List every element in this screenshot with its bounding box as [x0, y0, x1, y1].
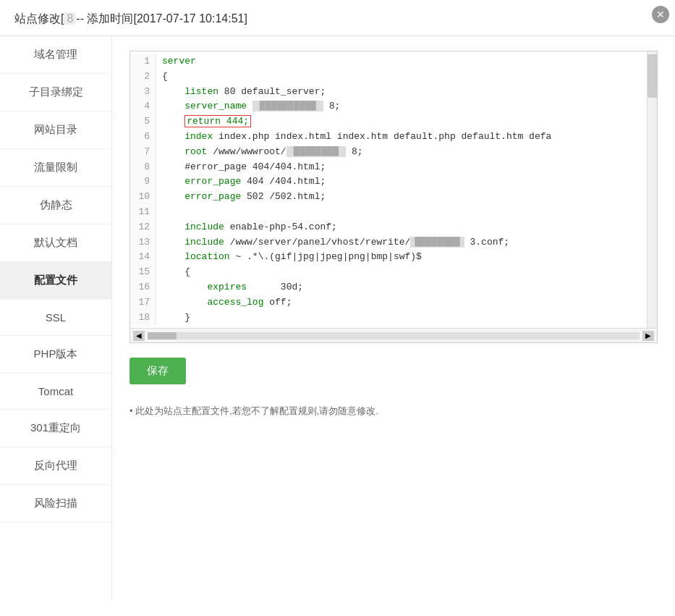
code-line-11: 11 — [130, 205, 647, 220]
code-editor-wrapper: 1 server 2 { 3 listen 80 d — [130, 51, 658, 343]
sidebar-item-tomcat[interactable]: Tomcat — [0, 374, 111, 410]
hscroll-right-button[interactable]: ▶ — [642, 331, 654, 341]
code-line-8: 8 #error_page 404/404.html; — [130, 160, 647, 175]
sidebar: 域名管理 子目录绑定 网站目录 流量限制 伪静态 默认文档 配置文件 SSL — [0, 36, 112, 601]
code-editor: 1 server 2 { 3 listen 80 d — [130, 51, 647, 328]
code-line-17: 17 access_log off; — [130, 295, 647, 311]
code-line-1: 1 server — [130, 54, 647, 69]
save-button[interactable]: 保存 — [130, 358, 186, 384]
code-line-6: 6 index index.php index.html index.htm d… — [130, 130, 647, 145]
sidebar-item-traffic[interactable]: 流量限制 — [0, 149, 111, 187]
header-site-id: 8 — [64, 12, 76, 25]
sidebar-item-subdir[interactable]: 子目录绑定 — [0, 74, 111, 111]
code-line-16: 16 expires 30d; — [130, 280, 647, 295]
code-line-3: 3 listen 80 default_server; — [130, 85, 647, 100]
header-title: 站点修改[ — [14, 12, 64, 25]
code-line-10: 10 error_page 502 /502.html; — [130, 190, 647, 205]
code-line-7: 7 root /www/wwwroot/████████ 8; — [130, 145, 647, 160]
sidebar-item-domain[interactable]: 域名管理 — [0, 36, 111, 74]
close-button[interactable]: ✕ — [652, 6, 669, 23]
sidebar-item-default-doc[interactable]: 默认文档 — [0, 224, 111, 262]
code-line-13: 13 include /www/server/panel/vhost/rewri… — [130, 235, 647, 250]
hscroll-track[interactable] — [148, 332, 640, 339]
sidebar-item-php[interactable]: PHP版本 — [0, 336, 111, 374]
code-line-12: 12 include enable-php-54.conf; — [130, 220, 647, 235]
sidebar-item-reverse-proxy[interactable]: 反向代理 — [0, 447, 111, 485]
code-line-9: 9 error_page 404 /404.html; — [130, 174, 647, 190]
header-timestamp: -- 添加时间[2017-07-17 10:14:51] — [76, 12, 247, 25]
code-line-18: 18 } — [130, 311, 647, 326]
horizontal-scrollbar-area: ◀ ▶ — [130, 328, 657, 342]
code-line-14: 14 location ~ .*\.(gif|jpg|jpeg|png|bmp|… — [130, 250, 647, 265]
main-container: ✕ 站点修改[8-- 添加时间[2017-07-17 10:14:51] 域名管… — [0, 0, 675, 616]
page-header: 站点修改[8-- 添加时间[2017-07-17 10:14:51] — [0, 0, 675, 36]
layout: 域名管理 子目录绑定 网站目录 流量限制 伪静态 默认文档 配置文件 SSL — [0, 36, 675, 601]
vscroll-thumb[interactable] — [648, 54, 658, 98]
hscroll-left-button[interactable]: ◀ — [133, 331, 145, 341]
sidebar-item-301[interactable]: 301重定向 — [0, 410, 111, 447]
sidebar-item-config[interactable]: 配置文件 — [0, 262, 111, 300]
note-text: 此处为站点主配置文件,若您不了解配置规则,请勿随意修改. — [130, 405, 658, 418]
close-icon: ✕ — [656, 9, 665, 20]
main-content: 1 server 2 { 3 listen 80 d — [112, 36, 675, 601]
code-line-15: 15 { — [130, 265, 647, 280]
vertical-scrollbar[interactable] — [647, 51, 657, 328]
code-line-2: 2 { — [130, 69, 647, 85]
code-line-5: 5 return 444; — [130, 114, 647, 130]
code-line-4: 4 server_name ██████████ 8; — [130, 99, 647, 114]
sidebar-item-risk-scan[interactable]: 风险扫描 — [0, 485, 111, 523]
sidebar-item-ssl[interactable]: SSL — [0, 300, 111, 336]
code-editor-scroll[interactable]: 1 server 2 { 3 listen 80 d — [130, 51, 657, 328]
hscroll-thumb[interactable] — [148, 332, 177, 339]
sidebar-item-webdir[interactable]: 网站目录 — [0, 111, 111, 149]
sidebar-item-rewrite[interactable]: 伪静态 — [0, 187, 111, 224]
